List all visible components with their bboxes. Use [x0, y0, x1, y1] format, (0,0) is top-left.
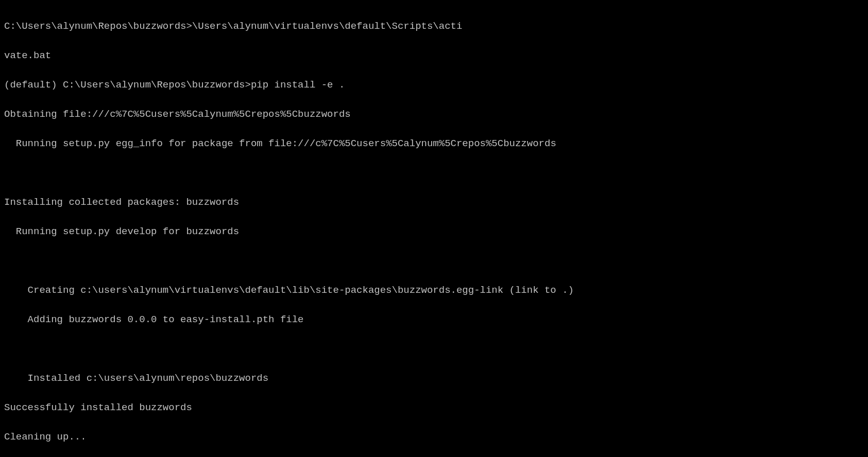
terminal-output-line: Adding buzzwords 0.0.0 to easy-install.p…: [4, 312, 864, 327]
terminal-output-line: Cleaning up...: [4, 430, 864, 445]
terminal-output-line: Running setup.py egg_info for package fr…: [4, 136, 864, 151]
terminal-output-line: Running setup.py develop for buzzwords: [4, 224, 864, 239]
terminal-output-line: Obtaining file:///c%7C%5Cusers%5Calynum%…: [4, 107, 864, 122]
terminal-output-line: Installed c:\users\alynum\repos\buzzword…: [4, 371, 864, 386]
terminal-output-line: Creating c:\users\alynum\virtualenvs\def…: [4, 283, 864, 298]
terminal-output-line: vate.bat: [4, 48, 864, 63]
terminal-output-line: C:\Users\alynum\Repos\buzzwords>\Users\a…: [4, 19, 864, 34]
terminal-window[interactable]: C:\Users\alynum\Repos\buzzwords>\Users\a…: [4, 4, 864, 457]
terminal-output-line: [4, 342, 864, 357]
terminal-output-line: Successfully installed buzzwords: [4, 400, 864, 415]
terminal-output-line: [4, 254, 864, 269]
terminal-output-line: [4, 166, 864, 181]
terminal-output-line: Installing collected packages: buzzwords: [4, 195, 864, 210]
terminal-output-line: (default) C:\Users\alynum\Repos\buzzword…: [4, 78, 864, 93]
